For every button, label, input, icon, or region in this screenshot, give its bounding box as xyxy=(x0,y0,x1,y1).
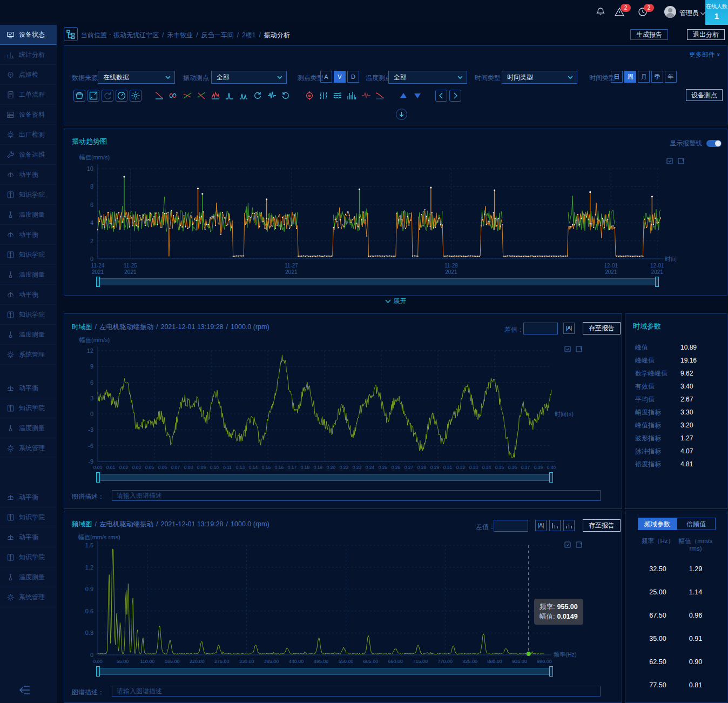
online-count-box[interactable]: 在线人数 1 xyxy=(705,0,728,25)
trend-range-slider-right-handle[interactable] xyxy=(655,277,659,287)
next-icon[interactable] xyxy=(449,90,461,102)
sidebar-item-温度测量[interactable]: 温度测量 xyxy=(0,205,57,225)
double-peak-icon[interactable] xyxy=(210,90,221,102)
temp-point-select[interactable]: 全部 xyxy=(388,71,467,84)
freq-range-slider-left-handle[interactable] xyxy=(96,666,100,677)
up-icon[interactable] xyxy=(397,90,409,102)
single-peak-icon[interactable] xyxy=(224,90,235,102)
trend-range-slider-left-handle[interactable] xyxy=(96,277,100,287)
freq-desc-input[interactable] xyxy=(112,686,601,697)
time-granularity-年[interactable]: 年 xyxy=(665,71,677,83)
time-granularity-月[interactable]: 月 xyxy=(638,71,650,83)
avatar[interactable] xyxy=(664,6,676,18)
amplitude-mark-icon[interactable]: |A| xyxy=(563,323,575,334)
sidebar-item-出厂检测[interactable]: 出厂检测 xyxy=(0,125,57,145)
time-granularity-季[interactable]: 季 xyxy=(651,71,663,83)
triple-wave-icon[interactable] xyxy=(318,90,329,102)
tab-倍频值[interactable]: 倍频值 xyxy=(677,518,716,530)
prev-icon[interactable] xyxy=(435,90,447,102)
diff-value-input[interactable] xyxy=(494,520,528,532)
scatter-cross-icon[interactable] xyxy=(181,90,193,102)
amplitude-mark-icon[interactable]: |A| xyxy=(535,520,547,531)
orbit-point-icon[interactable] xyxy=(304,90,315,102)
down-icon[interactable] xyxy=(412,90,423,102)
alarm-toggle[interactable] xyxy=(706,140,722,147)
time-type-select[interactable]: 时间类型 xyxy=(502,71,577,84)
sidebar-item-设备资料[interactable]: 设备资料 xyxy=(0,105,57,125)
step-curve-icon[interactable] xyxy=(153,90,165,102)
freq-domain-chart[interactable]: 1.51.20.90.60.30幅值(mm/s rms)频率(Hz)0.0055… xyxy=(64,532,623,668)
sidebar-item-知识学院[interactable]: 知识学院 xyxy=(0,507,57,527)
envelope-wave-icon[interactable] xyxy=(167,90,179,102)
sidebar-item-系统管理[interactable]: 系统管理 xyxy=(0,587,57,607)
spectrum-bars-icon[interactable] xyxy=(346,90,358,102)
sidebar-item-设备状态[interactable]: 设备状态 xyxy=(0,25,57,45)
diff-value-input[interactable] xyxy=(523,323,558,334)
point-type-A[interactable]: A xyxy=(320,71,332,83)
save-to-report-button[interactable]: 存至报告 xyxy=(583,322,621,334)
time-range-slider-right-handle[interactable] xyxy=(549,472,553,483)
trend-chart[interactable]: 108642011-24202111-25202111-27202111-292… xyxy=(64,151,728,276)
trend-range-slider[interactable] xyxy=(98,278,657,285)
sidebar-item-系统管理[interactable]: 系统管理 xyxy=(0,345,57,365)
time-desc-input[interactable] xyxy=(112,490,601,501)
scatter-cross-alt-icon[interactable] xyxy=(196,90,207,102)
breadcrumb-item[interactable]: 反刍一车间 xyxy=(201,31,234,39)
device-tree-button[interactable] xyxy=(64,27,78,41)
harmonics-bars-icon[interactable] xyxy=(549,520,561,531)
breadcrumb-item[interactable]: 振动分析 xyxy=(264,31,290,39)
sidebar-item-动平衡[interactable]: 动平衡 xyxy=(0,165,57,185)
warning-icon[interactable]: 2 xyxy=(614,6,626,18)
scroll-down-icon[interactable] xyxy=(396,109,407,120)
sidebands-bars-icon[interactable] xyxy=(563,520,575,531)
cart-icon[interactable] xyxy=(73,90,85,102)
user-menu[interactable]: 管理员 xyxy=(679,9,705,18)
rotate-wave-icon[interactable] xyxy=(252,90,264,102)
pulse-wave-icon[interactable] xyxy=(266,90,278,102)
expand-button[interactable]: 展开 xyxy=(64,297,727,312)
device-point-button[interactable]: 设备测点 xyxy=(686,89,723,101)
sidebar-item-工单流程[interactable]: 工单流程 xyxy=(0,85,57,105)
data-source-select[interactable]: 在线数据 xyxy=(98,71,175,84)
waterfall-icon[interactable] xyxy=(332,90,343,102)
bell-icon[interactable] xyxy=(595,6,607,18)
sidebar-item-温度测量[interactable]: 温度测量 xyxy=(0,418,57,438)
time-domain-chart[interactable]: 129630-3-6-9幅值(mm/s)时间(s)0.000.010.020.0… xyxy=(64,334,623,473)
sidebar-item-温度测量[interactable]: 温度测量 xyxy=(0,265,57,285)
undo-icon[interactable] xyxy=(280,90,292,102)
point-type-V[interactable]: V xyxy=(334,71,346,83)
sidebar-item-知识学院[interactable]: 知识学院 xyxy=(0,245,57,265)
vibration-point-select[interactable]: 全部 xyxy=(211,71,287,84)
sidebar-item-统计分析[interactable]: 统计分析 xyxy=(0,45,57,65)
fit-screen-icon[interactable] xyxy=(87,90,99,102)
time-range-slider[interactable] xyxy=(98,474,551,481)
sidebar-item-动平衡[interactable]: 动平衡 xyxy=(0,487,57,507)
sidebar-item-知识学院[interactable]: 知识学院 xyxy=(0,398,57,418)
collapse-sidebar-icon[interactable] xyxy=(17,685,39,697)
history-clock-icon[interactable]: 2 xyxy=(637,6,649,18)
breadcrumb-item[interactable]: 禾丰牧业 xyxy=(167,31,193,39)
heartbeat-icon[interactable] xyxy=(360,90,372,102)
rotate-icon[interactable] xyxy=(102,90,113,102)
sidebar-item-点巡检[interactable]: 点巡检 xyxy=(0,65,57,85)
exit-analysis-button[interactable]: 退出分析 xyxy=(687,29,725,40)
point-type-D[interactable]: D xyxy=(347,71,359,83)
sidebar-item-知识学院[interactable]: 知识学院 xyxy=(0,547,57,567)
sidebar-item-知识学院[interactable]: 知识学院 xyxy=(0,305,57,325)
sidebar-item-动平衡[interactable]: 动平衡 xyxy=(0,527,57,547)
tab-频域参数[interactable]: 频域参数 xyxy=(638,518,677,530)
freq-range-slider[interactable] xyxy=(98,668,551,675)
twin-peaks-icon[interactable] xyxy=(238,90,250,102)
sidebar-item-动平衡[interactable]: 动平衡 xyxy=(0,285,57,305)
sidebar-item-动平衡[interactable]: 动平衡 xyxy=(0,378,57,398)
generate-report-button[interactable]: 生成报告 xyxy=(630,29,668,40)
time-granularity-日[interactable]: 日 xyxy=(611,71,623,83)
sidebar-item-动平衡[interactable]: 动平衡 xyxy=(0,225,57,245)
settings-icon[interactable] xyxy=(130,90,141,102)
trend-down-icon[interactable] xyxy=(374,90,386,102)
sidebar-item-温度测量[interactable]: 温度测量 xyxy=(0,567,57,587)
gauge-icon[interactable] xyxy=(116,90,127,102)
freq-range-slider-right-handle[interactable] xyxy=(549,666,553,677)
more-widgets-link[interactable]: 更多部件» xyxy=(689,50,720,59)
breadcrumb-item[interactable]: 2楼1 xyxy=(242,31,255,39)
